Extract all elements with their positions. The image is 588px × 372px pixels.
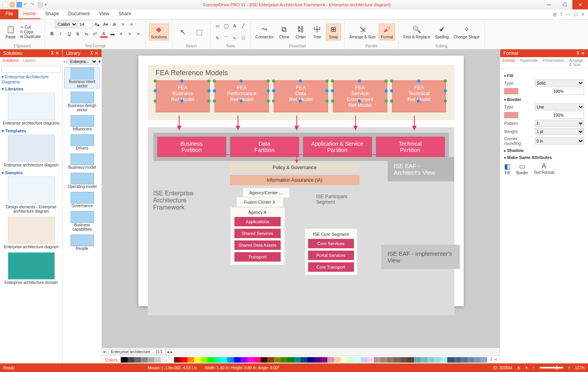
color-swatch[interactable] bbox=[247, 357, 254, 363]
agency-layer-box[interactable]: Shared Services bbox=[234, 229, 281, 238]
poly-tool[interactable]: ⬠ bbox=[240, 34, 247, 42]
pin-icon[interactable]: ⊼ bbox=[576, 51, 580, 56]
color-swatch[interactable] bbox=[447, 357, 454, 363]
spelling-button[interactable]: ✔Spelling bbox=[433, 24, 450, 40]
partition-box[interactable]: TechnicalPartition bbox=[376, 137, 445, 157]
arrange-subtab[interactable]: Arrange & Size bbox=[567, 57, 588, 68]
sample-thumb-1[interactable]: Design elements - Enterprise architectur… bbox=[2, 177, 61, 213]
color-swatch[interactable] bbox=[381, 357, 387, 363]
same-border-button[interactable]: ▭Border bbox=[516, 162, 528, 175]
ribbon-options-icon[interactable]: ⊞ bbox=[553, 12, 557, 17]
solutions-search[interactable] bbox=[2, 66, 61, 73]
fea-container[interactable]: FEA Reference Models FEABusinessRef Mode… bbox=[148, 65, 454, 120]
help-icon[interactable]: ? bbox=[560, 12, 563, 17]
lasso-tool[interactable]: ⬚ bbox=[192, 27, 207, 38]
segment-card-1[interactable]: Agency A ApplicationsShared ServicesShar… bbox=[230, 207, 285, 265]
status-icon-1[interactable]: ⊕ bbox=[517, 366, 520, 370]
color-swatch[interactable] bbox=[154, 357, 161, 363]
zoom-in-button[interactable]: + bbox=[568, 366, 570, 370]
tab-home[interactable]: Home bbox=[18, 9, 40, 19]
color-swatch[interactable] bbox=[341, 357, 347, 363]
library-shape-item[interactable]: Drivers bbox=[64, 134, 100, 150]
library-shape-item[interactable]: People bbox=[64, 235, 100, 251]
change-shape-button[interactable]: ✧Change Shape bbox=[452, 24, 481, 40]
tab-document[interactable]: Document bbox=[64, 9, 94, 19]
lib-prev-icon[interactable]: ‹ bbox=[64, 59, 65, 64]
fea-ref-model-box[interactable]: FEAPerformanceRef Model bbox=[214, 80, 269, 112]
color-swatch[interactable] bbox=[374, 357, 381, 363]
file-tab[interactable]: File bbox=[0, 9, 18, 19]
highlight-button[interactable]: ▬ bbox=[109, 30, 116, 38]
clear-format-button[interactable]: A̷ bbox=[111, 20, 118, 28]
rect-tool[interactable]: ▭ bbox=[214, 22, 221, 30]
fill-opacity-input[interactable] bbox=[553, 88, 584, 95]
color-swatch[interactable] bbox=[421, 357, 427, 363]
same-attr-section[interactable]: Make Same Attributes bbox=[504, 155, 584, 160]
color-swatch[interactable] bbox=[134, 357, 141, 363]
color-swatch[interactable] bbox=[301, 357, 307, 363]
color-swatch[interactable] bbox=[214, 357, 221, 363]
diagram-page[interactable]: FEA Reference Models FEABusinessRef Mode… bbox=[138, 56, 464, 306]
color-swatch[interactable] bbox=[414, 357, 421, 363]
lib-next-icon[interactable]: › bbox=[66, 59, 67, 64]
library-shape-item[interactable]: Business model bbox=[64, 153, 100, 170]
border-color-swatch[interactable] bbox=[504, 112, 518, 118]
agency-layer-box[interactable]: Transport bbox=[234, 252, 281, 262]
fea-ref-model-box[interactable]: FEABusinessRef Model bbox=[156, 80, 210, 112]
color-swatch[interactable] bbox=[181, 357, 187, 363]
border-weight-select[interactable]: 1 pt bbox=[535, 128, 584, 135]
corner-rounding-select[interactable]: 0 in bbox=[535, 137, 584, 144]
shrink-font-button[interactable]: A▾ bbox=[102, 20, 110, 28]
color-swatch[interactable] bbox=[167, 357, 174, 363]
line-tool[interactable]: ╱ bbox=[240, 22, 247, 30]
border-type-select[interactable]: Line bbox=[535, 103, 584, 110]
panel-close-icon[interactable]: ✕ bbox=[94, 51, 98, 56]
pin-icon[interactable]: ⊼ bbox=[51, 51, 54, 56]
color-swatch[interactable] bbox=[334, 357, 341, 363]
solutions-button[interactable]: ◆Solutions bbox=[149, 23, 169, 40]
qat-open-icon[interactable] bbox=[9, 2, 15, 7]
format-subtab[interactable]: Format bbox=[500, 57, 517, 68]
color-swatch[interactable] bbox=[394, 357, 401, 363]
segment-card-2[interactable]: Fusion Center X bbox=[236, 197, 283, 207]
partition-box[interactable]: DataPartition bbox=[230, 137, 299, 157]
fill-section[interactable]: Fill bbox=[504, 73, 584, 78]
tab-view[interactable]: View bbox=[94, 9, 114, 19]
color-swatch[interactable] bbox=[234, 357, 241, 363]
align-bot-icon[interactable]: ≡ bbox=[134, 30, 142, 38]
color-strip[interactable] bbox=[121, 357, 487, 363]
sample-thumb-3[interactable]: Enterprise architecture domain bbox=[2, 252, 61, 285]
color-swatch[interactable] bbox=[207, 357, 214, 363]
align-center-icon[interactable]: ≡ bbox=[128, 20, 136, 28]
connector-button[interactable]: ⤳Connector bbox=[254, 24, 275, 40]
color-swatch[interactable] bbox=[367, 357, 374, 363]
library-shape-item[interactable]: Business intent sector bbox=[64, 67, 100, 88]
color-swatch[interactable] bbox=[407, 357, 414, 363]
library-shape-item[interactable]: Governance bbox=[64, 192, 100, 208]
fill-color-swatch[interactable] bbox=[504, 88, 518, 94]
pin-icon[interactable]: ⊼ bbox=[90, 51, 93, 56]
paste-button[interactable]: 📋Paste bbox=[3, 24, 18, 40]
chain-button[interactable]: ⛓Chain bbox=[293, 24, 308, 40]
color-swatch[interactable] bbox=[194, 357, 201, 363]
border-section[interactable]: Border bbox=[504, 97, 584, 102]
sheet-tab[interactable]: Enterprise architecture ... (1/1 bbox=[108, 349, 165, 355]
library-shape-item[interactable]: Business design sector bbox=[64, 92, 100, 112]
color-swatch[interactable] bbox=[461, 357, 467, 363]
font-size-input[interactable] bbox=[78, 20, 93, 28]
align-mid-icon[interactable]: ≡ bbox=[126, 30, 134, 38]
solution-tree-item[interactable]: ▾ Enterprise Architecture Diagrams bbox=[2, 74, 61, 84]
subscript-button[interactable]: x₂ bbox=[83, 30, 91, 38]
core-layer-box[interactable]: Core Services bbox=[308, 239, 354, 248]
pen-tool[interactable]: ✎ bbox=[214, 34, 221, 42]
color-swatch[interactable] bbox=[467, 357, 474, 363]
lib-menu-icon[interactable]: ▾ bbox=[98, 59, 101, 64]
qat-save-icon[interactable] bbox=[16, 2, 22, 7]
select-tool[interactable]: ↖ bbox=[176, 27, 191, 38]
color-swatch[interactable] bbox=[287, 357, 294, 363]
color-swatch[interactable] bbox=[454, 357, 461, 363]
border-opacity-input[interactable] bbox=[553, 112, 584, 119]
fea-ref-model-box[interactable]: FEATechnicalRef Model bbox=[392, 80, 446, 112]
ellipse-tool[interactable]: ◯ bbox=[222, 22, 230, 30]
library-shape-item[interactable]: Operating model bbox=[64, 173, 100, 189]
